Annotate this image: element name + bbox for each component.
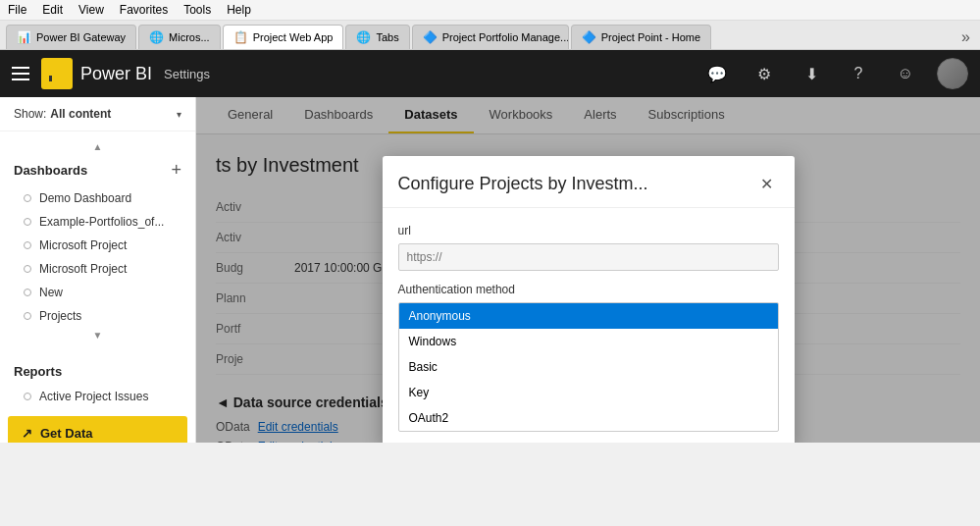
svg-rect-3 (61, 65, 64, 81)
more-tabs-button[interactable]: » (957, 28, 974, 46)
content-area: General Dashboards Datasets Workbooks Al… (196, 97, 980, 443)
tab-icon-3: 🌐 (356, 30, 371, 44)
sidebar-item-label: Demo Dashboard (39, 191, 131, 205)
browser-tab-2[interactable]: 📋 Project Web App (223, 25, 344, 49)
item-dot-icon (24, 265, 31, 273)
auth-option-oauth2[interactable]: OAuth2 (399, 405, 778, 431)
auth-method-label: Authentication method (398, 283, 779, 296)
powerbi-svg (47, 64, 67, 83)
sidebar-item-demo-dashboard[interactable]: Demo Dashboard (0, 186, 195, 210)
browser-tab-3[interactable]: 🌐 Tabs (345, 25, 409, 49)
item-dot-icon (24, 241, 31, 249)
app-title: Power BI (80, 64, 152, 84)
sidebar-item-label: Active Project Issues (39, 390, 148, 403)
url-label: url (398, 224, 779, 237)
browser-tabs: 📊 Power BI Gateway 🌐 Micros... 📋 Project… (0, 21, 980, 49)
item-dot-icon (24, 218, 31, 226)
tab-icon-5: 🔷 (582, 30, 596, 44)
tab-icon-2: 📋 (233, 30, 248, 44)
show-arrow-icon: ▾ (177, 109, 181, 120)
modal-header: Configure Projects by Investm... ✕ (383, 156, 795, 208)
hamburger-line-3 (12, 79, 29, 80)
svg-rect-2 (57, 68, 60, 81)
tab-label-0: Power BI Gateway (36, 31, 126, 43)
dashboards-section: ▲ Dashboards + Demo Dashboard Example-Po… (0, 132, 195, 350)
modal-body: url Authentication method Anonymous Wind… (383, 208, 795, 443)
hamburger-line-2 (12, 73, 29, 75)
show-label: Show: (14, 107, 46, 121)
user-avatar[interactable] (937, 58, 968, 89)
modal-title: Configure Projects by Investm... (398, 174, 648, 194)
app-header: Power BI Settings 💬 ⚙ ⬇ ? ☺ (0, 50, 980, 97)
main-layout: Show: All content ▾ ▲ Dashboards + Demo … (0, 97, 980, 443)
sidebar-item-label: Projects (39, 309, 81, 323)
svg-rect-1 (53, 72, 56, 81)
browser-tab-1[interactable]: 🌐 Micros... (138, 25, 221, 49)
sidebar-item-example-portfolios[interactable]: Example-Portfolios_of... (0, 210, 195, 234)
tab-label-1: Micros... (169, 31, 210, 43)
sidebar-item-label: Microsoft Project (39, 238, 127, 252)
sidebar-item-label: Example-Portfolios_of... (39, 215, 164, 229)
dashboards-title: Dashboards (14, 163, 87, 178)
sidebar-show-filter[interactable]: Show: All content ▾ (0, 97, 195, 132)
reports-header[interactable]: Reports (0, 358, 195, 385)
browser-tab-0[interactable]: 📊 Power BI Gateway (6, 25, 136, 49)
dashboards-header[interactable]: Dashboards + (0, 154, 195, 186)
sidebar-item-new[interactable]: New (0, 281, 195, 304)
auth-method-dropdown: Anonymous Windows Basic Key OAuth2 (398, 302, 779, 432)
menu-edit[interactable]: Edit (42, 3, 63, 17)
hamburger-menu[interactable] (12, 67, 29, 80)
menu-bar: File Edit View Favorites Tools Help (0, 0, 980, 21)
modal-overlay: Configure Projects by Investm... ✕ url A… (196, 97, 980, 443)
url-input[interactable] (398, 243, 779, 271)
app-container: Power BI Settings 💬 ⚙ ⬇ ? ☺ Show: All co… (0, 50, 980, 443)
get-data-button[interactable]: ↗ Get Data (8, 416, 187, 443)
show-value: All content (50, 107, 111, 121)
get-data-arrow-icon: ↗ (22, 426, 32, 441)
item-dot-icon (24, 312, 31, 320)
hamburger-line-1 (12, 67, 29, 69)
sidebar: Show: All content ▾ ▲ Dashboards + Demo … (0, 97, 196, 443)
download-icon[interactable]: ⬇ (796, 58, 827, 89)
item-dot-icon (24, 194, 31, 202)
sidebar-item-ms-project-1[interactable]: Microsoft Project (0, 234, 195, 257)
browser-tab-5[interactable]: 🔷 Project Point - Home (571, 25, 711, 49)
chat-icon[interactable]: 💬 (701, 58, 733, 89)
sidebar-item-projects[interactable]: Projects (0, 304, 195, 328)
configure-modal: Configure Projects by Investm... ✕ url A… (383, 156, 795, 443)
browser-tab-4[interactable]: 🔷 Project Portfolio Manage... (412, 25, 569, 49)
get-data-label: Get Data (40, 426, 92, 441)
settings-link[interactable]: Settings (164, 67, 210, 81)
tab-label-4: Project Portfolio Manage... (442, 31, 569, 43)
menu-favorites[interactable]: Favorites (120, 3, 168, 17)
reports-title: Reports (14, 364, 62, 379)
svg-rect-0 (49, 76, 52, 81)
menu-view[interactable]: View (78, 3, 104, 17)
modal-close-button[interactable]: ✕ (755, 172, 779, 195)
sidebar-item-active-issues[interactable]: Active Project Issues (0, 385, 195, 408)
browser-chrome: File Edit View Favorites Tools Help 📊 Po… (0, 0, 980, 50)
tab-label-3: Tabs (376, 31, 398, 43)
sidebar-scroll-up[interactable]: ▲ (0, 139, 195, 154)
menu-file[interactable]: File (8, 3, 26, 17)
sidebar-item-ms-project-2[interactable]: Microsoft Project (0, 257, 195, 281)
auth-option-basic[interactable]: Basic (399, 354, 778, 380)
reports-section: Reports Active Project Issues (0, 350, 195, 416)
auth-option-key[interactable]: Key (399, 380, 778, 405)
feedback-icon[interactable]: ☺ (890, 58, 921, 89)
auth-option-anonymous[interactable]: Anonymous (399, 303, 778, 329)
tab-icon-1: 🌐 (149, 30, 164, 44)
help-icon[interactable]: ? (843, 58, 874, 89)
header-icons: 💬 ⚙ ⬇ ? ☺ (701, 58, 968, 89)
powerbi-logo-icon (41, 58, 73, 89)
tab-label-5: Project Point - Home (601, 31, 700, 43)
app-logo: Power BI (41, 58, 152, 89)
auth-option-windows[interactable]: Windows (399, 329, 778, 354)
menu-help[interactable]: Help (227, 3, 251, 17)
sidebar-scroll-down[interactable]: ▼ (0, 328, 195, 342)
tab-label-2: Project Web App (253, 31, 334, 43)
settings-icon[interactable]: ⚙ (748, 58, 780, 89)
menu-tools[interactable]: Tools (183, 3, 211, 17)
dashboards-add-icon[interactable]: + (171, 160, 181, 181)
tab-icon-0: 📊 (17, 30, 31, 44)
